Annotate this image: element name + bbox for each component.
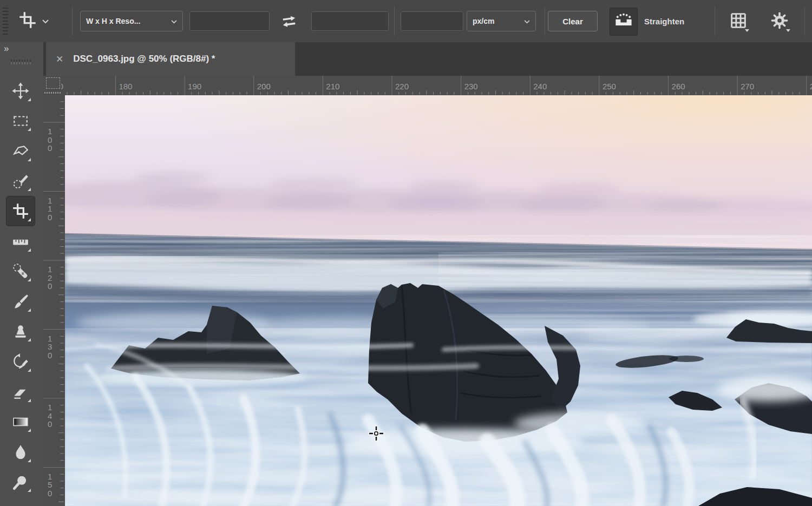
flyout-arrow-icon [745,29,749,32]
svg-text:5: 5 [48,480,52,489]
ruler-origin-dots [44,92,61,94]
document-title: DSC_0963.jpg @ 50% (RGB/8#) * [73,54,215,64]
svg-text:0: 0 [48,213,52,222]
svg-text:220: 220 [395,82,409,91]
document-tab[interactable]: ✕ DSC_0963.jpg @ 50% (RGB/8#) * [46,42,295,76]
close-icon[interactable]: ✕ [56,54,63,65]
current-tool-badge[interactable] [18,8,56,35]
options-bar: W x H x Reso... px/cm Clear [0,0,812,43]
crop-height-input[interactable] [311,11,389,31]
crop-tool[interactable] [6,196,35,226]
overlay-options-button[interactable] [724,8,752,36]
lasso-tool[interactable] [6,136,35,166]
ruler-origin-icon [46,77,60,89]
svg-text:260: 260 [672,82,685,91]
crop-tool-icon [18,11,37,31]
chevron-down-icon [171,17,177,25]
svg-text:3: 3 [48,342,52,351]
document-canvas[interactable] [65,95,812,506]
svg-text:1: 1 [48,204,52,213]
spot-healing-brush-tool[interactable] [6,257,35,287]
svg-text:1: 1 [48,265,52,274]
svg-text:240: 240 [533,82,547,91]
svg-text:250: 250 [603,82,616,91]
level-icon [614,11,633,32]
separator [394,6,395,36]
rectangular-marquee-tool[interactable] [6,106,35,136]
panel-grip[interactable] [11,60,32,64]
resolution-unit-dropdown[interactable]: px/cm [467,11,536,31]
quick-selection-tool[interactable] [6,166,35,196]
separator [72,6,73,36]
chevron-down-icon [42,16,49,26]
tool-panel [0,76,43,506]
move-tool[interactable] [6,76,35,106]
svg-text:210: 210 [326,82,339,91]
swap-dimensions-button[interactable] [275,8,303,36]
horizontal-ruler[interactable]: 170180190200210220230240250260270280 [43,76,812,95]
svg-text:0: 0 [48,419,52,429]
svg-text:0: 0 [48,281,52,291]
photoshop-window: W x H x Reso... px/cm Clear [0,0,812,506]
svg-text:0: 0 [48,135,52,144]
flyout-arrow-icon [786,29,790,32]
svg-text:230: 230 [464,82,478,91]
clear-button[interactable]: Clear [548,11,598,31]
svg-text:0: 0 [48,489,52,498]
seascape-photo [65,95,812,506]
history-brush-tool[interactable] [6,346,35,377]
document-tab-bar: » ✕ DSC_0963.jpg @ 50% (RGB/8#) * [0,42,812,76]
crop-preset-label: W x H x Reso... [86,17,171,25]
chevron-down-icon [524,17,530,25]
svg-text:1: 1 [48,472,52,481]
straighten-label[interactable]: Straighten [644,0,684,42]
crop-preset-dropdown[interactable]: W x H x Reso... [80,11,183,31]
svg-text:0: 0 [48,143,52,153]
clone-stamp-tool[interactable] [6,317,35,347]
crop-width-input[interactable] [189,11,270,31]
ruler-origin-corner[interactable] [43,76,61,95]
svg-text:0: 0 [48,351,52,360]
gradient-tool[interactable] [6,407,35,437]
ruler-tool[interactable] [6,226,35,257]
clear-button-label: Clear [562,17,583,26]
brush-tool[interactable] [6,286,35,317]
svg-text:1: 1 [48,127,52,136]
separator [545,6,545,36]
svg-text:2: 2 [48,273,52,282]
straighten-button[interactable] [610,8,638,36]
svg-text:280: 280 [810,82,812,91]
svg-text:4: 4 [48,411,52,420]
panel-collapse-icon[interactable]: » [4,43,9,54]
crop-settings-button[interactable] [765,8,794,36]
separator [804,6,805,36]
svg-text:270: 270 [741,82,754,91]
options-bar-grip[interactable] [3,8,8,35]
resolution-input[interactable] [401,11,463,31]
svg-text:1: 1 [48,334,52,343]
swap-arrows-icon [280,11,298,32]
svg-text:1: 1 [48,403,52,412]
dodge-tool[interactable] [6,467,35,497]
separator [715,6,715,36]
eraser-tool[interactable] [6,377,35,407]
svg-text:180: 180 [119,82,132,91]
svg-text:1: 1 [48,196,52,205]
vertical-ruler[interactable]: 100110120130140150 [43,95,65,506]
svg-text:190: 190 [188,82,201,91]
tool-panel-header: » [0,42,43,76]
blur-tool[interactable] [6,437,35,467]
svg-text:200: 200 [257,82,271,91]
resolution-unit-label: px/cm [473,17,524,25]
